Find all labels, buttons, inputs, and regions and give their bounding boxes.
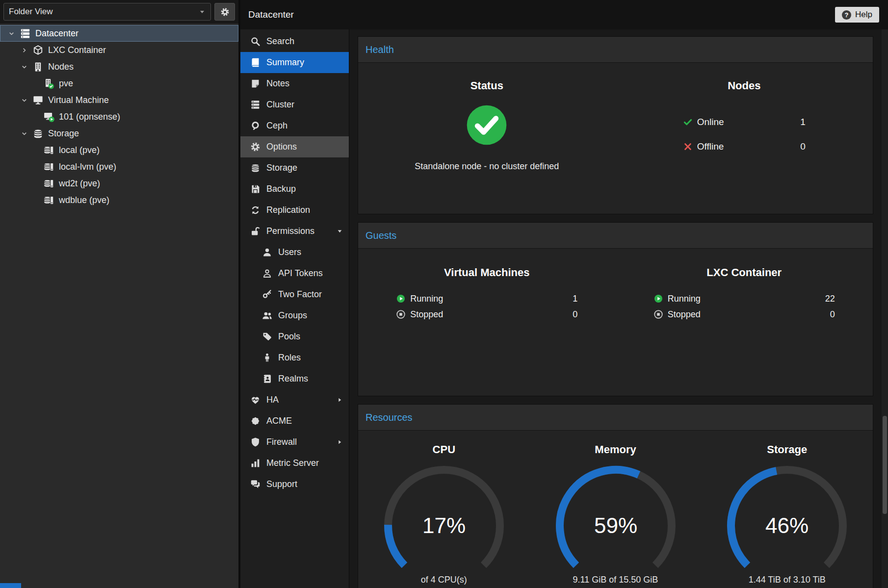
- user-icon: [262, 247, 272, 257]
- tree-item-local-pve[interactable]: local (pve): [0, 142, 238, 158]
- nodes-status-column: Nodes Online 1 Offline 0: [616, 63, 873, 214]
- help-button[interactable]: ? Help: [835, 7, 879, 23]
- users-icon: [262, 310, 272, 321]
- menu-item-label: Summary: [266, 57, 304, 68]
- gauge-sublabel: of 4 CPU(s): [358, 575, 530, 585]
- tree-item-datacenter[interactable]: Datacenter: [0, 25, 238, 42]
- guest-status-row-running[interactable]: Running 1: [396, 291, 577, 307]
- guest-group-virtual-machines: Virtual Machines Running 1 Stopped 0: [358, 249, 616, 396]
- node-status-value: 1: [800, 117, 806, 128]
- menu-item-notes[interactable]: Notes: [240, 73, 349, 94]
- running-icon: [653, 294, 663, 304]
- health-panel: Health Status Standalone node - no clust…: [358, 36, 873, 214]
- guest-group-rows: Running 22 Stopped 0: [653, 291, 835, 322]
- content-area: Health Status Standalone node - no clust…: [349, 29, 882, 588]
- tree-item-virtual-machine[interactable]: Virtual Machine: [0, 92, 238, 108]
- tree-item-label: Storage: [48, 128, 79, 139]
- menu-item-search[interactable]: Search: [240, 31, 349, 52]
- tree-item-storage[interactable]: Storage: [0, 125, 238, 142]
- menu-item-cluster[interactable]: Cluster: [240, 94, 349, 115]
- tree-item-wd2t-pve[interactable]: wd2t (pve): [0, 175, 238, 192]
- content-scrollbar[interactable]: [882, 29, 888, 588]
- tree-item-local-lvm-pve[interactable]: local-lvm (pve): [0, 158, 238, 175]
- guests-panel: Guests Virtual Machines Running 1 Stoppe…: [358, 222, 873, 396]
- resources-panel-body: CPU 17% of 4 CPU(s) Memory 59% 9.11 GiB …: [358, 431, 873, 588]
- menu-item-firewall[interactable]: Firewall: [240, 432, 349, 453]
- book-icon: [250, 57, 261, 68]
- database-drive-icon: [43, 178, 54, 189]
- stopped-icon: [653, 309, 663, 319]
- guest-group-heading: LXC Container: [616, 266, 873, 279]
- tree-settings-button[interactable]: [214, 3, 235, 21]
- gauge-arc: 59%: [542, 462, 690, 573]
- guest-status-value: 0: [573, 309, 577, 320]
- key-icon: [262, 289, 272, 300]
- menu-item-ha[interactable]: HA: [240, 389, 349, 410]
- main-region: Search Summary Notes Cluster Ceph Option…: [240, 29, 888, 588]
- menu-item-label: Cluster: [266, 100, 294, 110]
- guest-status-row-stopped[interactable]: Stopped 0: [396, 307, 577, 322]
- menu-item-summary[interactable]: Summary: [240, 52, 349, 73]
- menu-item-roles[interactable]: Roles: [240, 347, 349, 368]
- chevron-down-icon[interactable]: [21, 96, 32, 104]
- menu-item-users[interactable]: Users: [240, 242, 349, 263]
- menu-item-label: Backup: [266, 184, 296, 194]
- view-mode-select[interactable]: Folder View: [3, 3, 211, 21]
- menu-item-realms[interactable]: Realms: [240, 368, 349, 389]
- guest-status-label: Running: [410, 294, 443, 304]
- section-menu: Search Summary Notes Cluster Ceph Option…: [240, 29, 349, 588]
- menu-item-label: Groups: [278, 310, 307, 321]
- tree-item-wdblue-pve[interactable]: wdblue (pve): [0, 192, 238, 208]
- database-drive-icon: [43, 195, 54, 206]
- gauge-sublabel: 9.11 GiB of 15.50 GiB: [530, 575, 702, 585]
- menu-item-metric-server[interactable]: Metric Server: [240, 453, 349, 474]
- tree-item-101-opnsense[interactable]: 101 (opnsense): [0, 108, 238, 125]
- chevron-right-icon[interactable]: [21, 46, 32, 54]
- resource-tree-panel: Folder View Datacenter LXC Container Nod…: [0, 0, 240, 588]
- chevron-down-icon[interactable]: [21, 63, 32, 71]
- menu-item-support[interactable]: Support: [240, 474, 349, 495]
- resources-panel-header: Resources: [358, 405, 873, 431]
- guest-status-row-running[interactable]: Running 22: [653, 291, 835, 307]
- tree-item-label: Nodes: [48, 62, 74, 72]
- menu-item-options[interactable]: Options: [240, 136, 349, 157]
- node-status-row-offline: Offline 0: [683, 134, 806, 159]
- tree-item-nodes[interactable]: Nodes: [0, 58, 238, 75]
- help-label: Help: [855, 10, 872, 20]
- guest-status-label: Stopped: [410, 309, 443, 320]
- chevron-down-icon[interactable]: [8, 29, 20, 37]
- status-ok-icon: [466, 104, 508, 146]
- database-icon: [32, 128, 44, 139]
- health-panel-body: Status Standalone node - no cluster defi…: [358, 63, 873, 214]
- menu-item-backup[interactable]: Backup: [240, 179, 349, 200]
- note-icon: [250, 78, 261, 89]
- guest-status-row-stopped[interactable]: Stopped 0: [653, 307, 835, 322]
- database-icon: [250, 163, 261, 173]
- building-check-icon: [43, 78, 54, 89]
- guest-status-label: Stopped: [668, 309, 701, 320]
- menu-item-replication[interactable]: Replication: [240, 200, 349, 221]
- tree-item-pve[interactable]: pve: [0, 75, 238, 92]
- gauge-percent: 46%: [765, 513, 809, 537]
- gauge-percent: 17%: [422, 513, 466, 537]
- database-drive-icon: [43, 161, 54, 173]
- chevron-down-icon[interactable]: [21, 129, 32, 137]
- starburst-icon: [250, 416, 261, 426]
- tree-item-lxc-container[interactable]: LXC Container: [0, 42, 238, 58]
- menu-item-permissions[interactable]: Permissions: [240, 221, 349, 242]
- chevron-down-icon: [337, 228, 343, 234]
- menu-item-label: Notes: [266, 78, 289, 89]
- menu-item-ceph[interactable]: Ceph: [240, 115, 349, 136]
- content-scrollbar-thumb[interactable]: [883, 416, 887, 514]
- menu-item-api-tokens[interactable]: API Tokens: [240, 263, 349, 284]
- resources-panel: Resources CPU 17% of 4 CPU(s) Memory 59%…: [358, 404, 873, 588]
- tree-toolbar: Folder View: [0, 0, 238, 24]
- menu-item-storage[interactable]: Storage: [240, 157, 349, 179]
- tree-item-label: Virtual Machine: [48, 95, 109, 105]
- bar-chart-icon: [250, 458, 261, 468]
- menu-item-two-factor[interactable]: Two Factor: [240, 284, 349, 305]
- floppy-icon: [250, 184, 261, 194]
- menu-item-acme[interactable]: ACME: [240, 410, 349, 432]
- menu-item-groups[interactable]: Groups: [240, 305, 349, 326]
- menu-item-pools[interactable]: Pools: [240, 326, 349, 347]
